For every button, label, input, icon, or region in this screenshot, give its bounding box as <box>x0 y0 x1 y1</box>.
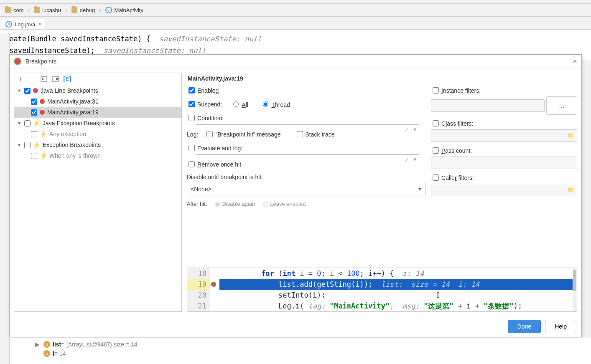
tree-breakpoint[interactable]: MainActivity.java:31 <box>14 96 181 107</box>
condition-checkbox[interactable] <box>189 115 195 121</box>
log-message-checkbox[interactable] <box>206 131 213 137</box>
chevron-down-icon: ▼ <box>418 187 422 192</box>
breakpoint-tree[interactable]: ▼ Java Line Breakpoints MainActivity.jav… <box>14 85 181 311</box>
pass-count-input[interactable] <box>431 157 577 169</box>
group-by-class-icon[interactable]: [c] <box>64 75 71 83</box>
chevron-down-icon[interactable]: ▼ <box>16 88 23 93</box>
scrollbar[interactable] <box>573 268 577 311</box>
category-checkbox[interactable] <box>24 142 31 148</box>
tree-breakpoint-selected[interactable]: MainActivity.java:19 <box>14 107 181 118</box>
breadcrumb-item[interactable]: lucashu <box>31 4 64 16</box>
tree-toolbar: ＋ － [c] <box>14 73 181 85</box>
line-number: 18 <box>187 268 210 279</box>
suspend-thread-radio[interactable]: Thread <box>261 100 290 108</box>
expand-icon[interactable]: ⤢ <box>405 157 409 163</box>
breakpoint-verified-icon <box>40 99 45 104</box>
variables-panel: ▶ p list = {ArrayList@9487} size = 14 p … <box>10 338 591 364</box>
log-message-label: "Breakpoint hit" message <box>215 131 280 138</box>
dialog-footer: Done Help <box>10 316 581 337</box>
breakpoint-icon[interactable] <box>211 282 216 287</box>
disable-until-select[interactable]: <None> ▼ <box>187 183 426 195</box>
chevron-down-icon[interactable]: ▼ <box>16 142 23 147</box>
svg-rect-1 <box>42 78 43 80</box>
breadcrumb-item[interactable]: debug <box>68 4 98 16</box>
chevron-down-icon[interactable]: ▼ <box>413 127 417 132</box>
chevron-down-icon[interactable]: ▼ <box>413 157 417 162</box>
condition-label: Condition: <box>197 115 224 121</box>
class-icon: c <box>105 7 112 13</box>
caller-filters-checkbox[interactable] <box>433 174 439 181</box>
tree-exception[interactable]: ⚡ When any is thrown <box>14 150 181 161</box>
add-icon[interactable]: ＋ <box>17 75 24 83</box>
chevron-down-icon[interactable]: ▼ <box>16 121 23 126</box>
suspend-checkbox[interactable] <box>189 101 195 107</box>
done-button[interactable]: Done <box>508 320 541 333</box>
instance-filters-checkbox[interactable] <box>433 87 439 94</box>
variable-row[interactable]: ▶ p list = {ArrayList@9487} size = 14 <box>35 340 566 349</box>
exception-icon: ⚡ <box>33 120 40 126</box>
tree-category[interactable]: ▼ ⚡ Exception Breakpoints <box>14 139 181 150</box>
breadcrumb-item[interactable]: cMainActivity <box>102 4 147 16</box>
breakpoints-dialog: Breakpoints × ＋ － [c] ▼ Java <box>9 54 582 337</box>
suspend-all-radio[interactable]: All <box>231 100 248 108</box>
breadcrumb: com › lucashu › debug › cMainActivity <box>0 4 591 17</box>
text-cursor: I <box>437 291 439 299</box>
property-icon: p <box>43 350 50 357</box>
property-icon: p <box>43 341 50 348</box>
after-hit-label: After hit: <box>187 201 207 207</box>
condition-input[interactable]: ⤢ ▼ <box>196 124 419 125</box>
close-icon[interactable]: × <box>38 21 41 27</box>
category-checkbox[interactable] <box>24 120 31 126</box>
more-button[interactable]: … <box>546 96 577 115</box>
tree-category[interactable]: ▼ ⚡ Java Exception Breakpoints <box>14 118 181 129</box>
caller-filters-label: Caller filters: <box>441 174 474 181</box>
breakpoint-tree-panel: ＋ － [c] ▼ Java Line Breakpoints <box>14 73 182 312</box>
folder-icon[interactable]: 📁 <box>568 187 574 193</box>
breakpoint-settings: MainActivity.java:19 Enabled Suspend: Al… <box>187 73 577 312</box>
tree-exception[interactable]: ⚡ Any exception <box>14 129 181 139</box>
caller-filters-input[interactable]: 📁 <box>431 184 577 196</box>
tree-category[interactable]: ▼ Java Line Breakpoints <box>14 85 181 96</box>
after-disable-radio[interactable]: Disable again <box>213 200 255 207</box>
breakpoint-checkbox[interactable] <box>31 99 37 105</box>
file-tab[interactable]: c Log.java × <box>1 19 46 29</box>
enabled-label: Enabled <box>197 87 219 94</box>
folder-icon <box>5 7 11 13</box>
enabled-checkbox[interactable] <box>189 87 195 94</box>
breadcrumb-item[interactable]: com <box>2 4 27 16</box>
disable-until-label: Disable until breakpoint is hit: <box>187 174 263 180</box>
breakpoint-icon <box>33 88 38 93</box>
exception-icon: ⚡ <box>33 142 40 148</box>
exception-checkbox[interactable] <box>31 153 37 159</box>
group-by-icon[interactable] <box>52 75 59 83</box>
breakpoint-icon <box>14 58 21 65</box>
folder-icon <box>71 7 77 13</box>
class-filters-checkbox[interactable] <box>433 120 439 126</box>
breakpoint-checkbox[interactable] <box>31 109 37 116</box>
group-by-icon[interactable] <box>40 75 48 83</box>
evaluate-input[interactable]: ⤢ ▼ <box>196 154 419 155</box>
variable-row[interactable]: p i = 14 <box>35 349 566 358</box>
evaluate-checkbox[interactable] <box>189 145 195 151</box>
stack-trace-label: Stack trace <box>306 131 335 138</box>
after-leave-radio[interactable]: Leave enabled <box>261 200 306 207</box>
class-filters-input[interactable]: 📁 <box>431 129 577 142</box>
chevron-right-icon: › <box>98 7 102 13</box>
expand-icon[interactable]: ⤢ <box>405 127 409 133</box>
help-button[interactable]: Help <box>545 320 576 333</box>
category-checkbox[interactable] <box>24 88 31 94</box>
close-icon[interactable]: × <box>573 57 577 66</box>
folder-icon[interactable]: 📁 <box>568 132 574 139</box>
toolbar-strip <box>0 0 591 4</box>
pass-count-label: Pass count: <box>441 147 472 154</box>
chevron-right-icon[interactable]: ▶ <box>35 341 40 348</box>
stack-trace-checkbox[interactable] <box>297 131 303 137</box>
exception-checkbox[interactable] <box>31 131 37 137</box>
remove-once-checkbox[interactable] <box>189 161 195 167</box>
chevron-right-icon: › <box>27 7 31 13</box>
class-icon: c <box>5 21 12 28</box>
instance-filters-input[interactable] <box>431 99 545 112</box>
pass-count-checkbox[interactable] <box>433 147 439 154</box>
line-number: 21 <box>187 301 210 311</box>
remove-icon[interactable]: － <box>28 75 36 83</box>
